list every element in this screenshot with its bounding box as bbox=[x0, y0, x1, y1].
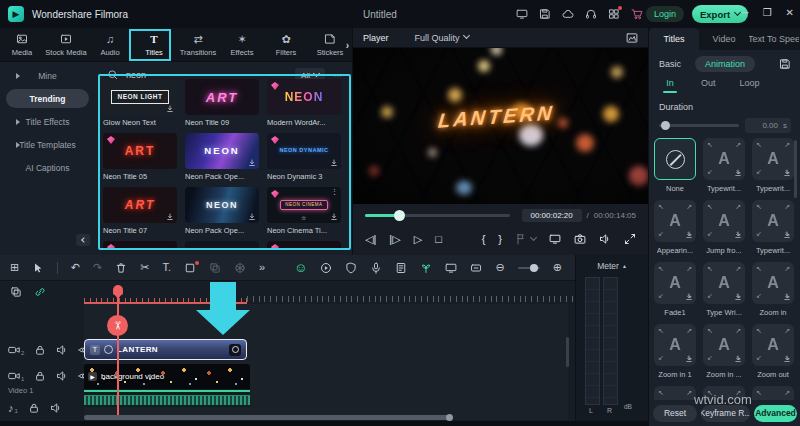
title-thumbnail[interactable]: NEON CINEMA⋮☆ Neon Cinema Ti... bbox=[267, 187, 341, 240]
panel-tab[interactable]: Text To Spee bbox=[749, 28, 799, 50]
save-custom-icon[interactable] bbox=[779, 58, 791, 70]
download-badge-icon[interactable] bbox=[330, 213, 338, 221]
animation-preset[interactable]: A↖↗↙↘ Type Wri... bbox=[703, 262, 745, 324]
tab-filters[interactable]: ✿ Filters bbox=[264, 28, 308, 62]
expand-button[interactable] bbox=[624, 233, 636, 245]
seek-handle[interactable] bbox=[394, 210, 405, 221]
play-button[interactable]: ▷ bbox=[414, 234, 422, 245]
sidebar-item-title-templates[interactable]: Title Templates bbox=[6, 135, 89, 154]
undo-button[interactable]: ↶ bbox=[71, 262, 80, 273]
snapshot-button[interactable] bbox=[574, 233, 586, 245]
animation-direction-tab[interactable]: Loop bbox=[740, 78, 760, 98]
panel-tab[interactable]: Video bbox=[699, 28, 749, 50]
quality-dropdown[interactable]: Full Quality bbox=[415, 33, 469, 43]
crop-button[interactable] bbox=[184, 262, 196, 274]
colorwheel-button[interactable] bbox=[234, 262, 246, 274]
ai-smiley-button[interactable]: ☺ bbox=[294, 261, 307, 274]
advanced-button[interactable]: Advanced bbox=[754, 405, 797, 422]
text-tool-button[interactable]: T. bbox=[162, 262, 171, 273]
timeline-vscrollbar[interactable] bbox=[566, 337, 569, 367]
link-icon[interactable] bbox=[34, 286, 46, 298]
title-thumbnail[interactable]: NEON Neon Pack Ope... bbox=[185, 187, 259, 240]
mute-icon[interactable] bbox=[56, 344, 68, 356]
zoom-out-button[interactable]: ⊖ bbox=[495, 262, 504, 273]
preview-viewport[interactable]: LANTERN bbox=[353, 48, 649, 204]
apps-button[interactable] bbox=[608, 8, 620, 20]
zoom-in-button[interactable]: ⊕ bbox=[553, 262, 562, 273]
sidebar-collapse-button[interactable] bbox=[76, 234, 90, 246]
display-button[interactable] bbox=[549, 233, 561, 245]
next-frame-button[interactable]: |▷ bbox=[389, 234, 400, 245]
download-badge-icon[interactable] bbox=[248, 213, 256, 221]
copy-icon[interactable] bbox=[10, 286, 22, 298]
title-thumbnail[interactable] bbox=[103, 241, 177, 248]
maximize-button[interactable]: ❐ bbox=[763, 7, 772, 18]
animation-preset[interactable]: A↖↗↙↘ bbox=[752, 386, 794, 400]
download-badge-icon[interactable] bbox=[248, 159, 256, 167]
filmora-logo-icon[interactable]: ▶ bbox=[8, 6, 24, 22]
media-grid-button[interactable]: ⊞ bbox=[10, 262, 19, 273]
keyframe-plant-button[interactable] bbox=[420, 262, 432, 274]
timeline-zoom-slider[interactable] bbox=[518, 267, 540, 269]
stop-button[interactable]: □ bbox=[435, 234, 442, 245]
menu-badge-icon[interactable]: ⋮ bbox=[331, 188, 338, 195]
keyframe-button[interactable]: Keyframe R... bbox=[701, 405, 750, 422]
tab-transitions[interactable]: ⇄ Transitions bbox=[176, 28, 220, 62]
basic-tab[interactable]: Basic bbox=[659, 59, 681, 69]
shield-button[interactable] bbox=[345, 262, 357, 274]
cloud-button[interactable] bbox=[562, 8, 574, 20]
title-thumbnail[interactable]: ART Neon Title 09 bbox=[185, 79, 259, 132]
tab-media[interactable]: Media bbox=[0, 28, 44, 62]
split-scissors-button[interactable]: ✂ bbox=[107, 315, 128, 336]
tab-stock-media[interactable]: Stock Media bbox=[44, 28, 88, 62]
animation-preset[interactable]: A↖↗↙↘ Zoom in 1 bbox=[654, 324, 696, 386]
video-clip[interactable]: ▶ background video bbox=[84, 364, 250, 407]
screen-record-button[interactable] bbox=[445, 262, 457, 274]
tab-effects[interactable]: ✶ Effects bbox=[220, 28, 264, 62]
cursor-button[interactable] bbox=[32, 262, 44, 274]
mark-in-button[interactable]: { bbox=[482, 234, 486, 245]
support-button[interactable] bbox=[585, 8, 597, 20]
animation-preset[interactable]: A↖↗↙↘ Typewrit... bbox=[703, 138, 745, 200]
trash-button[interactable] bbox=[115, 262, 127, 274]
mark-out-button[interactable]: } bbox=[498, 234, 502, 245]
animation-preset[interactable]: A↖↗↙↘ Zoom out bbox=[752, 324, 794, 386]
export-button[interactable]: Export bbox=[692, 5, 748, 23]
animation-direction-tab[interactable]: Out bbox=[701, 78, 716, 98]
download-badge-icon[interactable] bbox=[166, 105, 174, 113]
sidebar-item-ai-captions[interactable]: AI Captions bbox=[6, 158, 89, 177]
title-thumbnail[interactable] bbox=[185, 241, 259, 248]
panel-expand-icon[interactable]: › bbox=[346, 40, 349, 51]
tab-titles[interactable]: T Titles bbox=[132, 28, 176, 62]
title-thumbnail[interactable]: NEON LIGHT Glow Neon Text bbox=[103, 79, 177, 132]
lock-icon[interactable] bbox=[28, 402, 40, 414]
timeline-ruler[interactable] bbox=[84, 284, 575, 304]
download-badge-icon[interactable] bbox=[166, 213, 174, 221]
minimize-button[interactable]: ─ bbox=[742, 7, 749, 18]
redo-button[interactable]: ↷ bbox=[93, 262, 102, 273]
display-button[interactable] bbox=[516, 8, 528, 20]
close-button[interactable]: ✕ bbox=[786, 7, 794, 18]
animation-preset[interactable]: A↖↗↙↘ Jump fro... bbox=[703, 200, 745, 262]
panel-tab[interactable]: Titles bbox=[649, 28, 699, 50]
copy-button[interactable] bbox=[209, 262, 221, 274]
reset-button[interactable]: Reset bbox=[653, 405, 697, 422]
download-badge-icon[interactable] bbox=[330, 159, 338, 167]
lock-icon[interactable] bbox=[34, 344, 46, 356]
duration-slider-handle[interactable] bbox=[661, 121, 670, 130]
sidebar-item-trending[interactable]: Trending bbox=[6, 89, 89, 108]
animation-tab[interactable]: Animation bbox=[695, 56, 755, 72]
title-thumbnail[interactable]: NEON DYNAMIC Neon Dynamic 3 bbox=[267, 133, 341, 186]
mic-button[interactable] bbox=[370, 262, 382, 274]
lock-icon[interactable] bbox=[34, 370, 46, 382]
render-preview-button[interactable] bbox=[320, 262, 332, 274]
sidebar-item-mine[interactable]: Mine bbox=[6, 66, 89, 85]
prev-frame-button[interactable]: ◁| bbox=[365, 234, 376, 245]
marker-button[interactable] bbox=[515, 233, 536, 245]
animation-preset[interactable]: A↖↗↙↘ Typewrit... bbox=[752, 138, 794, 200]
mute-icon[interactable] bbox=[56, 370, 68, 382]
title-thumbnail[interactable] bbox=[267, 241, 341, 248]
title-thumbnail[interactable]: NEON Modern WordAr... bbox=[267, 79, 341, 132]
timeline-hscrollbar[interactable] bbox=[84, 415, 452, 420]
animation-direction-tab[interactable]: In bbox=[663, 78, 677, 98]
